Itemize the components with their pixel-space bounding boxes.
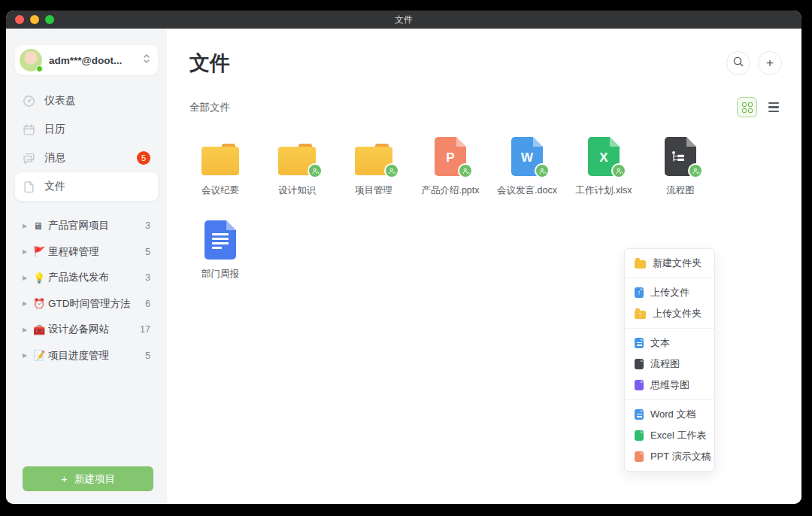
project-item[interactable]: 🖥 产品官网项目 3 xyxy=(15,213,158,239)
file-item-excel[interactable]: X 工作计划.xlsx xyxy=(565,134,642,197)
project-item[interactable]: ⏰ GTD时间管理方法 6 xyxy=(15,291,158,317)
word-file-icon xyxy=(635,409,644,420)
excel-file-icon xyxy=(635,430,644,442)
message-icon xyxy=(23,152,35,165)
sidebar-item-label: 文件 xyxy=(44,180,65,193)
text-file-icon xyxy=(635,338,644,349)
project-emoji: 💡 xyxy=(33,272,48,284)
search-button[interactable] xyxy=(726,51,750,75)
page-title: 文件 xyxy=(189,50,230,77)
menu-item-text[interactable]: 文本 xyxy=(625,332,714,354)
app-window: 文件 adm***@doot... xyxy=(6,11,801,504)
sidebar-item-files[interactable]: 文件 xyxy=(15,172,158,201)
menu-item-word-doc[interactable]: Word 文档 xyxy=(625,404,714,425)
shared-badge-icon xyxy=(458,163,473,178)
menu-item-mindmap[interactable]: 思维导图 xyxy=(625,375,714,396)
project-count: 3 xyxy=(145,272,150,283)
file-item-doc[interactable]: 部门周报 xyxy=(182,217,259,281)
window-titlebar[interactable]: 文件 xyxy=(6,11,801,29)
menu-item-label: 流程图 xyxy=(650,357,680,371)
menu-section: 新建文件夹 xyxy=(625,249,714,278)
file-item-ppt[interactable]: P 产品介绍.pptx xyxy=(412,134,489,197)
plus-icon: + xyxy=(766,56,774,71)
file-name: 项目管理 xyxy=(355,184,392,197)
file-item-flowchart[interactable]: 流程图 xyxy=(642,134,719,197)
menu-item-excel-sheet[interactable]: Excel 工作表 xyxy=(625,425,714,446)
online-status-dot xyxy=(36,65,43,72)
project-item[interactable]: 💡 产品迭代发布 3 xyxy=(15,265,158,291)
upload-folder-icon xyxy=(635,311,646,319)
menu-item-new-folder[interactable]: 新建文件夹 xyxy=(625,253,714,274)
caret-right-icon[interactable] xyxy=(23,223,33,229)
menu-item-label: 上传文件 xyxy=(650,286,689,299)
new-project-label: 新建项目 xyxy=(74,472,115,486)
file-item-word[interactable]: W 会议发言.docx xyxy=(489,134,565,197)
menu-item-upload-folder[interactable]: 上传文件夹 xyxy=(625,303,714,324)
project-label: 设计必备网站 xyxy=(48,323,109,336)
caret-right-icon[interactable] xyxy=(23,300,33,307)
traffic-lights xyxy=(15,11,54,29)
user-name: adm***@doot... xyxy=(49,55,143,66)
ppt-file-icon: P xyxy=(435,137,466,176)
menu-item-label: Excel 工作表 xyxy=(650,429,706,442)
file-name: 设计知识 xyxy=(278,184,316,197)
project-label: 里程碑管理 xyxy=(48,245,99,259)
flowchart-glyph-icon xyxy=(671,150,687,165)
caret-right-icon[interactable] xyxy=(23,326,33,333)
sidebar-item-dashboard[interactable]: 仪表盘 xyxy=(15,87,158,115)
folder-icon xyxy=(201,143,239,176)
upload-file-icon xyxy=(635,287,644,299)
document-file-icon xyxy=(205,220,236,260)
word-file-icon: W xyxy=(511,137,543,176)
sidebar-item-calendar[interactable]: 日历 xyxy=(15,115,158,144)
sidebar-item-label: 消息 xyxy=(44,151,65,165)
file-item-folder[interactable]: 项目管理 xyxy=(335,134,412,197)
project-item[interactable]: 📝 项目进度管理 5 xyxy=(15,343,158,369)
grid-view-icon xyxy=(742,102,753,113)
flowchart-file-icon xyxy=(665,137,696,176)
menu-item-ppt-slides[interactable]: PPT 演示文稿 xyxy=(625,446,714,467)
project-count: 5 xyxy=(145,247,150,257)
shared-badge-icon xyxy=(384,163,399,178)
caret-right-icon[interactable] xyxy=(23,275,33,281)
file-name: 工作计划.xlsx xyxy=(576,184,632,197)
menu-section: 上传文件 上传文件夹 xyxy=(625,278,714,329)
minimize-button[interactable] xyxy=(30,15,39,24)
close-button[interactable] xyxy=(15,15,24,24)
sidebar-item-messages[interactable]: 消息 5 xyxy=(15,144,158,172)
file-name: 会议发言.docx xyxy=(497,184,557,197)
project-item[interactable]: 🧰 设计必备网站 17 xyxy=(15,317,158,343)
menu-section: Word 文档 Excel 工作表 PPT 演示文稿 xyxy=(625,400,714,471)
project-label: 产品官网项目 xyxy=(48,219,109,232)
project-item[interactable]: 🚩 里程碑管理 5 xyxy=(15,239,158,266)
filter-label: 全部文件 xyxy=(189,101,230,114)
file-item-folder[interactable]: 会议纪要 xyxy=(182,134,259,197)
sidebar-nav: 仪表盘 日历 消息 5 xyxy=(6,75,167,201)
document-lines-glyph xyxy=(212,233,229,249)
screen: 文件 adm***@doot... xyxy=(0,0,812,516)
window-title: 文件 xyxy=(395,14,413,26)
menu-item-upload-file[interactable]: 上传文件 xyxy=(625,282,714,303)
file-item-folder[interactable]: 设计知识 xyxy=(259,134,335,197)
sidebar-item-label: 仪表盘 xyxy=(44,94,76,108)
grid-view-toggle[interactable] xyxy=(737,97,757,117)
mindmap-file-icon xyxy=(635,380,644,391)
user-account-switcher[interactable]: adm***@doot... xyxy=(15,45,158,75)
list-view-toggle[interactable] xyxy=(767,99,780,115)
project-count: 6 xyxy=(145,299,150,309)
unread-badge: 5 xyxy=(137,151,150,165)
search-icon xyxy=(732,56,744,71)
caret-right-icon[interactable] xyxy=(23,352,33,359)
project-emoji: 🧰 xyxy=(33,324,48,335)
avatar xyxy=(20,49,42,71)
menu-item-flowchart[interactable]: 流程图 xyxy=(625,354,714,375)
project-label: 产品迭代发布 xyxy=(48,271,109,284)
file-name: 产品介绍.pptx xyxy=(421,184,479,197)
add-button[interactable]: + xyxy=(758,51,782,75)
caret-right-icon[interactable] xyxy=(23,248,33,255)
file-icon xyxy=(23,181,35,193)
new-project-button[interactable]: + 新建项目 xyxy=(23,466,153,491)
dashboard-icon xyxy=(23,95,35,108)
menu-item-label: 文本 xyxy=(650,336,670,350)
zoom-button[interactable] xyxy=(45,15,54,24)
